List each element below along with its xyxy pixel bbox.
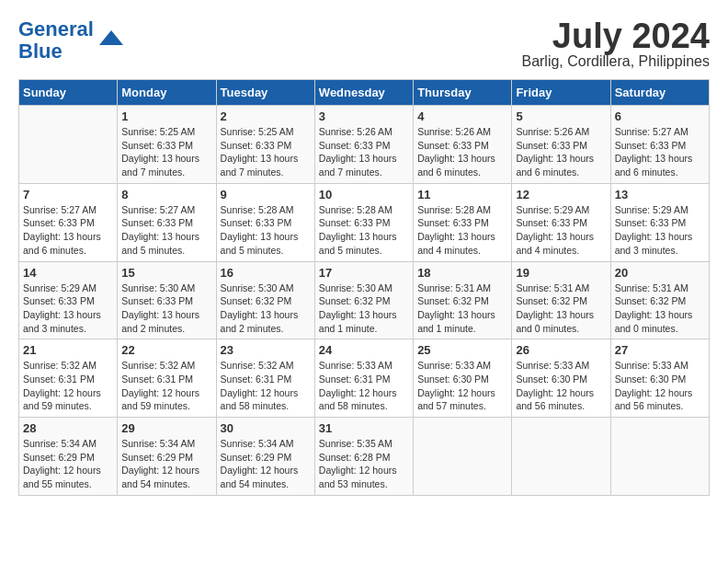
calendar-cell: 8Sunrise: 5:27 AM Sunset: 6:33 PM Daylig… [118,183,216,261]
calendar-week-row: 14Sunrise: 5:29 AM Sunset: 6:33 PM Dayli… [19,261,710,339]
calendar-cell: 6Sunrise: 5:27 AM Sunset: 6:33 PM Daylig… [610,106,709,184]
day-detail: Sunrise: 5:28 AM Sunset: 6:33 PM Dayligh… [221,203,311,258]
day-number: 5 [516,109,606,123]
weekday-header-saturday: Saturday [610,80,709,106]
weekday-header-monday: Monday [118,80,216,106]
day-number: 23 [221,343,311,357]
calendar-week-row: 1Sunrise: 5:25 AM Sunset: 6:33 PM Daylig… [19,106,710,184]
logo-icon [97,27,125,54]
calendar-table: SundayMondayTuesdayWednesdayThursdayFrid… [18,79,710,496]
day-detail: Sunrise: 5:29 AM Sunset: 6:33 PM Dayligh… [516,203,606,258]
day-detail: Sunrise: 5:31 AM Sunset: 6:32 PM Dayligh… [615,282,705,336]
calendar-cell: 7Sunrise: 5:27 AM Sunset: 6:33 PM Daylig… [19,183,118,261]
calendar-cell: 17Sunrise: 5:30 AM Sunset: 6:32 PM Dayli… [314,261,413,339]
day-number: 25 [417,343,507,357]
calendar-cell: 24Sunrise: 5:33 AM Sunset: 6:31 PM Dayli… [314,339,413,418]
calendar-cell: 1Sunrise: 5:25 AM Sunset: 6:33 PM Daylig… [118,106,216,184]
day-detail: Sunrise: 5:32 AM Sunset: 6:31 PM Dayligh… [221,359,311,413]
svg-marker-0 [99,30,123,45]
day-number: 31 [319,421,409,435]
day-number: 8 [121,188,211,201]
day-number: 20 [615,266,705,280]
calendar-cell: 3Sunrise: 5:26 AM Sunset: 6:33 PM Daylig… [314,106,413,184]
day-number: 21 [23,343,113,357]
day-number: 3 [319,109,409,123]
day-detail: Sunrise: 5:27 AM Sunset: 6:33 PM Dayligh… [121,203,211,258]
day-number: 7 [23,188,113,201]
day-detail: Sunrise: 5:25 AM Sunset: 6:33 PM Dayligh… [121,125,211,179]
calendar-cell: 4Sunrise: 5:26 AM Sunset: 6:33 PM Daylig… [414,106,512,184]
calendar-cell [414,418,512,496]
day-detail: Sunrise: 5:28 AM Sunset: 6:33 PM Dayligh… [319,203,409,258]
calendar-cell: 10Sunrise: 5:28 AM Sunset: 6:33 PM Dayli… [314,183,413,261]
day-detail: Sunrise: 5:26 AM Sunset: 6:33 PM Dayligh… [319,125,409,179]
weekday-header-sunday: Sunday [19,80,118,106]
day-detail: Sunrise: 5:34 AM Sunset: 6:29 PM Dayligh… [23,437,113,491]
day-number: 30 [221,421,311,435]
day-detail: Sunrise: 5:31 AM Sunset: 6:32 PM Dayligh… [417,282,507,336]
calendar-cell: 20Sunrise: 5:31 AM Sunset: 6:32 PM Dayli… [610,261,709,339]
day-number: 11 [417,188,507,201]
day-number: 12 [516,188,606,201]
weekday-header-wednesday: Wednesday [314,80,413,106]
calendar-week-row: 7Sunrise: 5:27 AM Sunset: 6:33 PM Daylig… [19,183,710,261]
calendar-title: July 2024 [521,18,710,53]
day-detail: Sunrise: 5:33 AM Sunset: 6:30 PM Dayligh… [615,359,705,413]
title-block: July 2024 Barlig, Cordillera, Philippine… [521,18,710,70]
calendar-subtitle: Barlig, Cordillera, Philippines [521,53,710,70]
weekday-header-thursday: Thursday [414,80,512,106]
calendar-week-row: 21Sunrise: 5:32 AM Sunset: 6:31 PM Dayli… [19,339,710,418]
day-number: 22 [121,343,211,357]
day-number: 6 [615,109,705,123]
page-header: General Blue July 2024 Barlig, Cordiller… [18,18,710,70]
logo: General Blue [18,18,125,63]
day-number: 28 [23,421,113,435]
calendar-cell: 5Sunrise: 5:26 AM Sunset: 6:33 PM Daylig… [512,106,610,184]
calendar-cell: 9Sunrise: 5:28 AM Sunset: 6:33 PM Daylig… [216,183,314,261]
calendar-cell: 28Sunrise: 5:34 AM Sunset: 6:29 PM Dayli… [19,418,118,496]
day-detail: Sunrise: 5:27 AM Sunset: 6:33 PM Dayligh… [615,125,705,179]
day-detail: Sunrise: 5:33 AM Sunset: 6:30 PM Dayligh… [516,359,606,413]
calendar-cell: 16Sunrise: 5:30 AM Sunset: 6:32 PM Dayli… [216,261,314,339]
day-detail: Sunrise: 5:32 AM Sunset: 6:31 PM Dayligh… [23,359,113,413]
day-detail: Sunrise: 5:35 AM Sunset: 6:28 PM Dayligh… [319,437,409,491]
logo-text: General Blue [18,18,94,63]
day-number: 10 [319,188,409,201]
day-detail: Sunrise: 5:28 AM Sunset: 6:33 PM Dayligh… [417,203,507,258]
day-detail: Sunrise: 5:34 AM Sunset: 6:29 PM Dayligh… [221,437,311,491]
calendar-cell: 29Sunrise: 5:34 AM Sunset: 6:29 PM Dayli… [118,418,216,496]
day-number: 27 [615,343,705,357]
day-detail: Sunrise: 5:31 AM Sunset: 6:32 PM Dayligh… [516,282,606,336]
calendar-cell: 30Sunrise: 5:34 AM Sunset: 6:29 PM Dayli… [216,418,314,496]
calendar-cell: 12Sunrise: 5:29 AM Sunset: 6:33 PM Dayli… [512,183,610,261]
weekday-header-row: SundayMondayTuesdayWednesdayThursdayFrid… [19,80,710,106]
calendar-cell: 2Sunrise: 5:25 AM Sunset: 6:33 PM Daylig… [216,106,314,184]
day-detail: Sunrise: 5:33 AM Sunset: 6:31 PM Dayligh… [319,359,409,413]
day-number: 4 [417,109,507,123]
day-number: 24 [319,343,409,357]
calendar-cell: 23Sunrise: 5:32 AM Sunset: 6:31 PM Dayli… [216,339,314,418]
calendar-cell: 18Sunrise: 5:31 AM Sunset: 6:32 PM Dayli… [414,261,512,339]
day-number: 17 [319,266,409,280]
day-detail: Sunrise: 5:32 AM Sunset: 6:31 PM Dayligh… [121,359,211,413]
calendar-cell: 14Sunrise: 5:29 AM Sunset: 6:33 PM Dayli… [19,261,118,339]
day-number: 1 [121,109,211,123]
day-number: 19 [516,266,606,280]
calendar-cell: 19Sunrise: 5:31 AM Sunset: 6:32 PM Dayli… [512,261,610,339]
calendar-cell: 21Sunrise: 5:32 AM Sunset: 6:31 PM Dayli… [19,339,118,418]
day-detail: Sunrise: 5:26 AM Sunset: 6:33 PM Dayligh… [417,125,507,179]
day-number: 18 [417,266,507,280]
calendar-cell [610,418,709,496]
day-number: 2 [221,109,311,123]
day-detail: Sunrise: 5:34 AM Sunset: 6:29 PM Dayligh… [121,437,211,491]
calendar-cell: 13Sunrise: 5:29 AM Sunset: 6:33 PM Dayli… [610,183,709,261]
day-detail: Sunrise: 5:30 AM Sunset: 6:33 PM Dayligh… [121,282,211,336]
day-number: 15 [121,266,211,280]
calendar-cell: 27Sunrise: 5:33 AM Sunset: 6:30 PM Dayli… [610,339,709,418]
day-detail: Sunrise: 5:29 AM Sunset: 6:33 PM Dayligh… [615,203,705,258]
weekday-header-friday: Friday [512,80,610,106]
day-detail: Sunrise: 5:33 AM Sunset: 6:30 PM Dayligh… [417,359,507,413]
day-number: 13 [615,188,705,201]
calendar-cell [19,106,118,184]
day-detail: Sunrise: 5:27 AM Sunset: 6:33 PM Dayligh… [23,203,113,258]
